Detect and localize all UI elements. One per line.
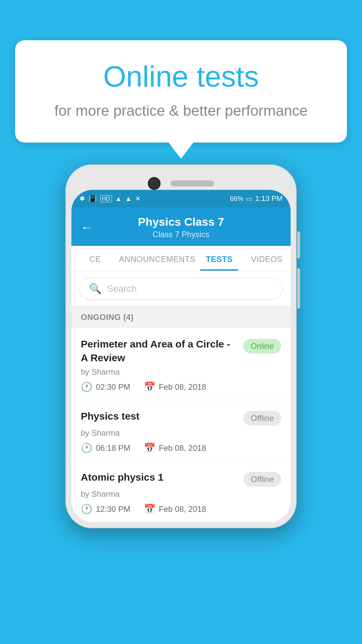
search-container: 🔍 Search <box>71 271 291 307</box>
search-placeholder: Search <box>107 283 137 294</box>
test-date: 📅 Feb 08, 2018 <box>144 381 206 392</box>
test-title: Perimeter and Area of a Circle - A Revie… <box>81 337 237 365</box>
vibrate-icon: 📳 <box>88 195 97 203</box>
phone-side-button-2 <box>297 268 300 309</box>
search-bar[interactable]: 🔍 Search <box>79 278 283 300</box>
test-date-value: Feb 08, 2018 <box>159 504 206 514</box>
tab-ce[interactable]: CE <box>71 246 119 271</box>
test-meta: 🕐 06:18 PM 📅 Feb 08, 2018 <box>81 442 281 453</box>
test-time: 🕐 02:30 PM <box>81 381 130 392</box>
calendar-icon: 📅 <box>144 381 156 392</box>
test-author: by Sharma <box>81 489 281 499</box>
phone-outer: ✱ 📳 HD ▲ ▲ ✕ 66% ▭ 1:13 PM ← <box>65 164 297 528</box>
section-label: ONGOING (4) <box>81 313 134 322</box>
test-date-value: Feb 08, 2018 <box>159 382 206 392</box>
callout-card: Online tests for more practice & better … <box>15 40 347 143</box>
test-item-top: Physics test Offline <box>81 410 281 426</box>
tab-videos[interactable]: VIDEOS <box>243 246 291 271</box>
test-item[interactable]: Perimeter and Area of a Circle - A Revie… <box>71 328 291 400</box>
phone-side-button-1 <box>297 231 300 258</box>
clock-icon: 🕐 <box>81 503 93 515</box>
test-title: Physics test <box>81 410 237 423</box>
callout-subtitle: for more practice & better performance <box>32 102 330 119</box>
search-icon: 🔍 <box>89 283 102 294</box>
hd-icon: HD <box>100 195 112 202</box>
phone-top-area <box>148 177 214 190</box>
clock-icon: 🕐 <box>81 442 93 453</box>
test-date-value: Feb 08, 2018 <box>159 443 206 453</box>
wifi-icon: ▲ <box>115 195 122 203</box>
battery-text: 66% <box>230 195 243 203</box>
signal-icon: ▲ <box>125 195 132 203</box>
phone-camera <box>148 177 161 190</box>
test-meta: 🕐 12:30 PM 📅 Feb 08, 2018 <box>81 503 281 515</box>
test-date: 📅 Feb 08, 2018 <box>144 442 206 453</box>
tab-announcements[interactable]: ANNOUNCEMENTS <box>119 246 195 271</box>
battery-icon: ▭ <box>246 195 252 203</box>
test-meta: 🕐 02:30 PM 📅 Feb 08, 2018 <box>81 381 281 392</box>
tabs-bar: CE ANNOUNCEMENTS TESTS VIDEOS <box>71 246 291 271</box>
phone-screen: ✱ 📳 HD ▲ ▲ ✕ 66% ▭ 1:13 PM ← <box>71 190 291 522</box>
test-author: by Sharma <box>81 367 281 377</box>
test-author: by Sharma <box>81 428 281 438</box>
calendar-icon: 📅 <box>144 503 156 515</box>
clock-icon: 🕐 <box>81 381 93 392</box>
test-item[interactable]: Physics test Offline by Sharma 🕐 06:18 P… <box>71 400 291 461</box>
test-time: 🕐 06:18 PM <box>81 442 130 453</box>
calendar-icon: 📅 <box>144 442 156 453</box>
test-time: 🕐 12:30 PM <box>81 503 130 515</box>
status-badge: Online <box>243 339 281 354</box>
phone-mockup: ✱ 📳 HD ▲ ▲ ✕ 66% ▭ 1:13 PM ← <box>65 164 297 528</box>
test-item[interactable]: Atomic physics 1 Offline by Sharma 🕐 12:… <box>71 461 291 522</box>
header-title: Physics Class 7 <box>100 215 262 228</box>
app-header: ← Physics Class 7 Class 7 Physics <box>71 207 291 246</box>
status-badge: Offline <box>243 411 281 426</box>
test-date: 📅 Feb 08, 2018 <box>144 503 206 515</box>
test-title: Atomic physics 1 <box>81 471 237 484</box>
test-time-value: 06:18 PM <box>96 443 130 453</box>
test-item-top: Atomic physics 1 Offline <box>81 471 281 487</box>
status-time: 1:13 PM <box>255 194 283 203</box>
bluetooth-icon: ✱ <box>79 195 85 203</box>
status-bar-left: ✱ 📳 HD ▲ ▲ ✕ <box>79 195 141 203</box>
no-signal-icon: ✕ <box>135 195 141 203</box>
phone-speaker <box>171 180 214 186</box>
status-badge: Offline <box>243 472 281 487</box>
tab-tests[interactable]: TESTS <box>195 246 243 271</box>
section-header: ONGOING (4) <box>71 307 291 328</box>
test-list: Perimeter and Area of a Circle - A Revie… <box>71 328 291 522</box>
header-breadcrumb: Class 7 Physics <box>100 230 262 239</box>
test-time-value: 12:30 PM <box>96 504 130 514</box>
status-bar: ✱ 📳 HD ▲ ▲ ✕ 66% ▭ 1:13 PM <box>71 190 291 207</box>
test-item-top: Perimeter and Area of a Circle - A Revie… <box>81 337 281 365</box>
test-time-value: 02:30 PM <box>96 382 130 392</box>
header-center: Physics Class 7 Class 7 Physics <box>100 215 262 239</box>
callout-title: Online tests <box>32 60 330 93</box>
back-button[interactable]: ← <box>81 220 93 234</box>
